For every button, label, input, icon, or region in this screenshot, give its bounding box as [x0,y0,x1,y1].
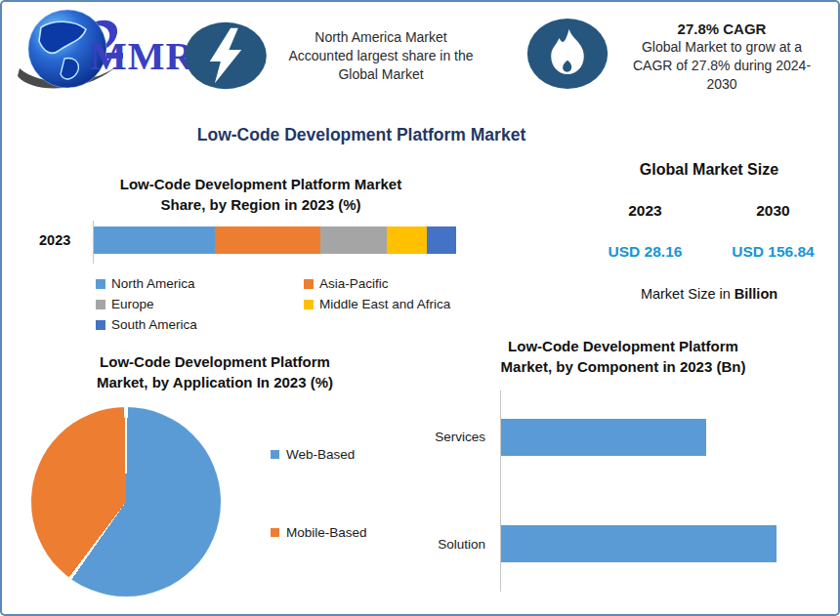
pie-legend-swatch-web-based [271,450,279,459]
component-chart-title-line1: Low-Code Development Platform [408,336,838,356]
bar-track-solution [501,525,777,562]
highlight1-line2: Accounted largest share in the [264,47,498,65]
cagr-title: 27.8% CAGR [606,20,838,38]
page-title: Low-Code Development Platform Market [2,125,721,145]
legend-item-europe: Europe [96,295,304,313]
market-size-value-2023: USD 28.16 [581,243,709,261]
region-chart-title-line2: Share, by Region in 2023 (%) [26,194,495,215]
legend-label-middle-east-africa: Middle East and Africa [319,297,450,311]
market-size-years-row: 2023 2030 [581,202,837,220]
bar-track-services [501,419,777,456]
bar-label-solution: Solution [407,537,485,552]
pie-legend-swatch-mobile-based [271,528,279,537]
segment-north-america [94,226,215,254]
legend-label-asia-pacific: Asia-Pacific [319,276,389,291]
legend-label-north-america: North America [111,276,195,291]
legend-label-south-america: South America [111,317,197,332]
segment-south-america [427,226,456,254]
pie-legend-item-web-based: Web-Based [271,447,355,462]
application-chart-title-line2: Market, by Application In 2023 (%) [10,372,420,392]
market-size-footnote: Market Size in Billion [581,286,837,302]
pie-legend-item-mobile-based: Mobile-Based [271,525,367,540]
pie-legend-label-web-based: Web-Based [286,447,355,462]
highlight2-line2: CAGR of 27.8% during 2024- [606,57,838,75]
application-chart-title: Low-Code Development Platform Market, by… [10,351,420,392]
region-chart-title: Low-Code Development Platform Market Sha… [26,174,495,215]
legend-item-north-america: North America [96,274,304,293]
region-legend: North America Asia-Pacific Europe Middle… [96,274,486,334]
highlight2-line3: 2030 [606,75,838,94]
highlight2-text: 27.8% CAGR Global Market to grow at a CA… [606,20,838,94]
lightning-icon [184,21,268,94]
legend-label-europe: Europe [111,297,154,311]
region-category-label: 2023 [39,232,70,248]
region-chart-title-line1: Low-Code Development Platform Market [26,174,495,194]
market-size-footnote-prefix: Market Size in [641,286,735,302]
segment-middle-east-africa [387,226,427,254]
market-size-year-2030: 2030 [709,202,837,220]
highlight2-line1: Global Market to grow at a [606,38,838,57]
region-stacked-bar [94,226,456,254]
mmr-logo: MMR [14,8,185,96]
component-chart-title: Low-Code Development Platform Market, by… [408,336,838,377]
highlight1-line1: North America Market [264,28,498,47]
market-size-footnote-unit: Billion [735,286,777,302]
market-size-value-2030: USD 156.84 [709,243,837,261]
segment-europe [320,226,386,254]
market-size-year-2023: 2023 [581,202,709,220]
market-size-panel: Global Market Size 2023 2030 USD 28.16 U… [581,161,837,302]
legend-item-middle-east-africa: Middle East and Africa [304,295,486,313]
logo-text: MMR [90,33,194,79]
flame-icon [526,18,609,94]
legend-item-south-america: South America [96,315,304,334]
legend-swatch-europe [96,300,105,309]
highlight1-line3: Global Market [264,65,498,84]
component-chart-title-line2: Market, by Component in 2023 (Bn) [408,356,838,377]
legend-swatch-middle-east-africa [304,300,314,309]
bar-services [501,419,706,456]
infographic-canvas: MMR North America Market Accounted large… [0,0,840,616]
bar-label-services: Services [407,430,485,444]
application-chart-title-line1: Low-Code Development Platform [10,351,420,372]
legend-swatch-south-america [96,320,105,330]
segment-asia-pacific [215,226,321,254]
market-size-title: Global Market Size [581,161,837,179]
market-size-values-row: USD 28.16 USD 156.84 [581,243,837,261]
legend-swatch-north-america [96,279,105,289]
pie-legend-label-mobile-based: Mobile-Based [286,525,367,540]
legend-swatch-asia-pacific [304,279,314,289]
highlight1-text: North America Market Accounted largest s… [264,28,498,84]
application-pie-chart [31,407,221,596]
bar-solution [501,525,777,562]
legend-item-asia-pacific: Asia-Pacific [304,274,486,293]
